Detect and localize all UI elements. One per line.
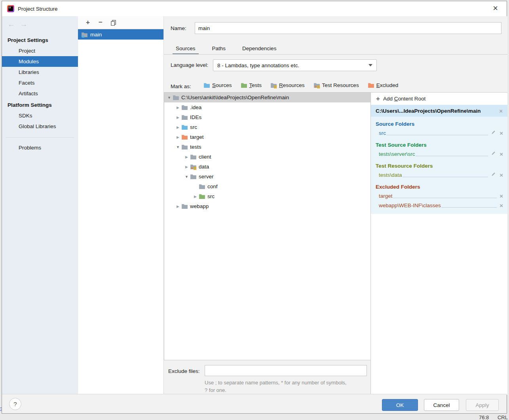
- mark-as-excluded[interactable]: Excluded: [368, 82, 399, 89]
- copy-module-button[interactable]: [109, 18, 118, 27]
- tree-item-label: IDEs: [189, 114, 201, 120]
- tree-row[interactable]: ▶IDEs: [164, 112, 370, 122]
- plus-icon: +: [376, 96, 380, 102]
- add-content-root-button[interactable]: + Add Content Root: [371, 93, 507, 105]
- tree-item-label: target: [189, 134, 204, 140]
- name-label: Name:: [171, 25, 186, 31]
- module-icon: [81, 31, 88, 38]
- edit-folder-icon[interactable]: [491, 151, 496, 157]
- sidebar-item-sdks[interactable]: SDKs: [2, 110, 78, 121]
- sidebar-item-artifacts[interactable]: Artifacts: [2, 88, 78, 99]
- folder-icon: [199, 193, 207, 200]
- mark-as-tests[interactable]: Tests: [241, 82, 262, 89]
- tree-row[interactable]: ▼tests: [164, 142, 370, 152]
- tree-row[interactable]: ▼C:\Users\ankit\IdeaProjects\OpenRefine\…: [164, 93, 370, 102]
- cancel-button[interactable]: Cancel: [424, 399, 459, 411]
- tree-row[interactable]: ▶client: [164, 152, 370, 162]
- tree-expand-icon[interactable]: ▶: [175, 115, 181, 119]
- tree-collapse-icon[interactable]: ▼: [166, 96, 173, 100]
- tree-expand-icon[interactable]: ▶: [183, 165, 190, 169]
- dotted-line: [403, 177, 488, 177]
- back-arrow-icon[interactable]: ←: [8, 20, 15, 28]
- dialog-footer: ? OK Cancel Apply: [2, 394, 507, 413]
- tab-dependencies[interactable]: Dependencies: [239, 42, 279, 54]
- mark-as-item-label: Excluded: [376, 82, 399, 88]
- sidebar-nav: Project SettingsProjectModulesLibrariesF…: [2, 34, 78, 153]
- tree-collapse-icon[interactable]: ▼: [175, 145, 181, 149]
- folder-entry: webapp\WEB-INF\classes×: [371, 201, 507, 210]
- mark-as-item-label: Test Resources: [322, 82, 359, 88]
- dotted-line: [386, 135, 488, 135]
- project-structure-dialog: IJ Project Structure × ← → Project Setti…: [2, 1, 507, 414]
- tree-expand-icon[interactable]: ▶: [175, 204, 181, 208]
- remove-module-button[interactable]: −: [96, 18, 105, 27]
- sidebar-item-problems[interactable]: Problems: [2, 142, 78, 153]
- tree-row[interactable]: conf: [164, 182, 370, 191]
- tree-expand-icon[interactable]: ▶: [175, 125, 181, 129]
- exclude-files-input[interactable]: [205, 365, 367, 376]
- tab-sources[interactable]: Sources: [173, 42, 199, 54]
- remove-folder-icon[interactable]: ×: [500, 130, 503, 136]
- language-level-select[interactable]: 8 - Lambdas, type annotations etc.: [213, 59, 377, 71]
- mark-as-item-label: Sources: [212, 82, 232, 88]
- help-button[interactable]: ?: [9, 398, 21, 410]
- folder-icon: [181, 104, 189, 111]
- folder-icon: [190, 173, 198, 180]
- tree-expand-icon[interactable]: ▶: [192, 195, 199, 199]
- language-level-value: 8 - Lambdas, type annotations etc.: [217, 62, 299, 68]
- remove-folder-icon[interactable]: ×: [500, 193, 503, 199]
- remove-folder-icon[interactable]: ×: [500, 172, 503, 178]
- tree-expand-icon[interactable]: ▶: [175, 135, 181, 139]
- background-status-text: 76:8 CRL: [479, 414, 508, 420]
- tree-expand-icon[interactable]: ▶: [175, 106, 181, 110]
- close-icon[interactable]: ×: [493, 4, 498, 13]
- sidebar-item-global-libraries[interactable]: Global Libraries: [2, 121, 78, 132]
- tree-row[interactable]: ▼server: [164, 172, 370, 182]
- add-module-button[interactable]: +: [84, 18, 92, 27]
- sidebar-item-facets[interactable]: Facets: [2, 78, 78, 88]
- module-list-panel: +− main: [78, 16, 164, 395]
- content-root-tree: ▼C:\Users\ankit\IdeaProjects\OpenRefine\…: [164, 92, 370, 360]
- mark-as-item-label: Resources: [279, 82, 305, 88]
- name-input[interactable]: [195, 22, 501, 34]
- tree-row[interactable]: ▶src: [164, 122, 370, 132]
- folder-icon: [190, 163, 198, 170]
- tree-row[interactable]: ▶.idea: [164, 102, 370, 112]
- folder-path: tests\data: [379, 172, 402, 178]
- tree-row[interactable]: ▶src: [164, 191, 370, 201]
- remove-folder-icon[interactable]: ×: [500, 151, 503, 157]
- tree-collapse-icon[interactable]: ▼: [183, 175, 190, 179]
- exclude-files-label: Exclude files:: [168, 368, 200, 374]
- mark-as-test-resources[interactable]: Test Resources: [313, 82, 359, 89]
- edit-folder-icon[interactable]: [491, 130, 496, 136]
- sidebar-item-libraries[interactable]: Libraries: [2, 67, 78, 78]
- dotted-line: [393, 198, 497, 198]
- folder-icon: [181, 134, 189, 140]
- mark-as-item-label: Tests: [249, 82, 262, 88]
- apply-button[interactable]: Apply: [466, 399, 499, 411]
- folder-icon: [181, 203, 189, 210]
- mark-as-resources[interactable]: Resources: [270, 82, 305, 89]
- tree-row[interactable]: ▶data: [164, 162, 370, 172]
- remove-folder-icon[interactable]: ×: [500, 202, 503, 208]
- edit-folder-icon[interactable]: [491, 172, 496, 178]
- folder-section: Test Resource Folderstests\data×: [371, 162, 507, 180]
- module-item-main[interactable]: main: [78, 29, 163, 40]
- folder-icon: [181, 124, 189, 131]
- tab-paths[interactable]: Paths: [209, 42, 229, 54]
- tree-row[interactable]: ▶target: [164, 132, 370, 142]
- tree-item-label: webapp: [189, 203, 209, 209]
- title-bar: IJ Project Structure ×: [2, 1, 507, 16]
- tree-row[interactable]: ▶webapp: [164, 201, 370, 211]
- tree-item-label: tests: [189, 144, 201, 150]
- folder-section-title: Excluded Folders: [371, 183, 507, 191]
- remove-content-root-icon[interactable]: ×: [499, 108, 503, 114]
- tree-item-label: server: [198, 174, 214, 180]
- sidebar-item-modules[interactable]: Modules: [2, 56, 78, 67]
- ok-button[interactable]: OK: [382, 399, 418, 411]
- sidebar-item-project[interactable]: Project: [2, 45, 78, 56]
- mark-as-sources[interactable]: Sources: [203, 82, 232, 89]
- tree-expand-icon[interactable]: ▶: [183, 155, 190, 159]
- sidebar-section-title: Project Settings: [2, 34, 78, 45]
- forward-arrow-icon[interactable]: →: [20, 20, 27, 28]
